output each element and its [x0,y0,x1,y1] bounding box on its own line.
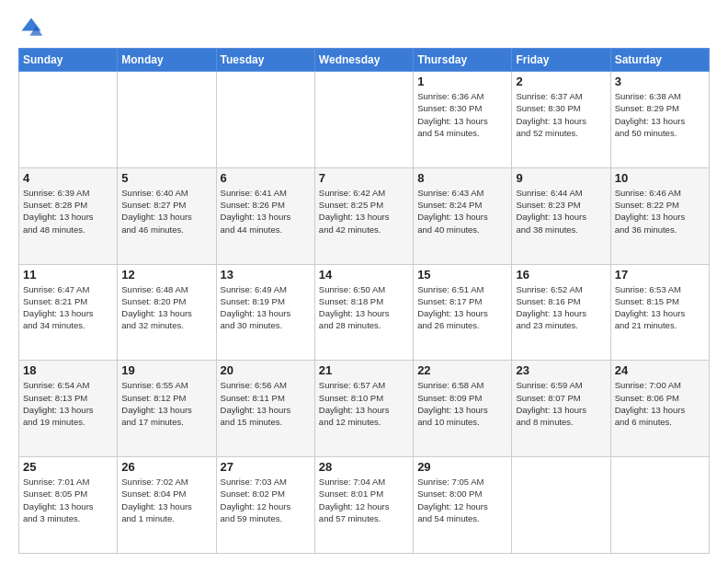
calendar-cell: 16Sunrise: 6:52 AM Sunset: 8:16 PM Dayli… [512,264,610,361]
calendar-cell [19,72,118,168]
day-number: 13 [221,268,311,282]
calendar-cell: 9Sunrise: 6:44 AM Sunset: 8:23 PM Daylig… [512,167,610,264]
day-info: Sunrise: 6:52 AM Sunset: 8:16 PM Dayligh… [516,283,606,332]
calendar-cell: 1Sunrise: 6:36 AM Sunset: 8:30 PM Daylig… [414,72,512,168]
day-number: 9 [516,171,606,185]
day-number: 26 [121,460,211,474]
calendar-week-row: 25Sunrise: 7:01 AM Sunset: 8:05 PM Dayli… [19,457,710,554]
day-number: 20 [221,363,311,377]
day-number: 28 [319,460,409,474]
calendar-cell: 14Sunrise: 6:50 AM Sunset: 8:18 PM Dayli… [314,264,413,361]
calendar-cell [118,72,216,168]
day-number: 12 [121,268,211,282]
calendar-body: 1Sunrise: 6:36 AM Sunset: 8:30 PM Daylig… [19,72,710,554]
calendar-cell [314,72,413,168]
calendar-week-row: 18Sunrise: 6:54 AM Sunset: 8:13 PM Dayli… [19,361,710,457]
calendar-cell: 3Sunrise: 6:38 AM Sunset: 8:29 PM Daylig… [610,72,709,168]
day-number: 10 [615,171,705,185]
day-number: 11 [23,268,113,282]
calendar-cell [512,457,610,554]
day-info: Sunrise: 6:44 AM Sunset: 8:23 PM Dayligh… [516,187,606,236]
day-number: 14 [319,268,409,282]
calendar-week-row: 11Sunrise: 6:47 AM Sunset: 8:21 PM Dayli… [19,264,710,361]
header [18,15,710,40]
day-number: 5 [121,171,211,185]
logo-icon [18,15,44,40]
calendar-cell: 17Sunrise: 6:53 AM Sunset: 8:15 PM Dayli… [610,264,709,361]
weekday-header-wednesday: Wednesday [314,49,413,72]
calendar-cell: 2Sunrise: 6:37 AM Sunset: 8:30 PM Daylig… [512,72,610,168]
day-info: Sunrise: 6:58 AM Sunset: 8:09 PM Dayligh… [417,379,507,428]
calendar-cell: 10Sunrise: 6:46 AM Sunset: 8:22 PM Dayli… [610,167,709,264]
day-number: 6 [221,171,311,185]
day-number: 19 [121,363,211,377]
day-number: 15 [417,268,507,282]
calendar-cell: 13Sunrise: 6:49 AM Sunset: 8:19 PM Dayli… [216,264,314,361]
day-info: Sunrise: 6:56 AM Sunset: 8:11 PM Dayligh… [221,379,311,428]
day-info: Sunrise: 6:46 AM Sunset: 8:22 PM Dayligh… [615,187,705,236]
calendar-cell: 8Sunrise: 6:43 AM Sunset: 8:24 PM Daylig… [414,167,512,264]
day-info: Sunrise: 6:53 AM Sunset: 8:15 PM Dayligh… [615,283,705,332]
page: SundayMondayTuesdayWednesdayThursdayFrid… [0,0,728,563]
day-info: Sunrise: 6:39 AM Sunset: 8:28 PM Dayligh… [23,187,113,236]
day-number: 18 [23,363,113,377]
day-number: 7 [319,171,409,185]
day-info: Sunrise: 6:55 AM Sunset: 8:12 PM Dayligh… [121,379,211,428]
day-info: Sunrise: 7:00 AM Sunset: 8:06 PM Dayligh… [615,379,705,428]
calendar-cell: 11Sunrise: 6:47 AM Sunset: 8:21 PM Dayli… [19,264,118,361]
day-info: Sunrise: 6:36 AM Sunset: 8:30 PM Dayligh… [417,90,507,139]
calendar-week-row: 4Sunrise: 6:39 AM Sunset: 8:28 PM Daylig… [19,167,710,264]
calendar-cell: 22Sunrise: 6:58 AM Sunset: 8:09 PM Dayli… [414,361,512,457]
day-info: Sunrise: 6:57 AM Sunset: 8:10 PM Dayligh… [319,379,409,428]
day-info: Sunrise: 6:49 AM Sunset: 8:19 PM Dayligh… [221,283,311,332]
calendar-table: SundayMondayTuesdayWednesdayThursdayFrid… [18,48,710,554]
day-info: Sunrise: 6:51 AM Sunset: 8:17 PM Dayligh… [417,283,507,332]
day-number: 21 [319,363,409,377]
calendar-cell: 25Sunrise: 7:01 AM Sunset: 8:05 PM Dayli… [19,457,118,554]
day-info: Sunrise: 7:03 AM Sunset: 8:02 PM Dayligh… [221,476,311,524]
calendar-cell [610,457,709,554]
day-number: 16 [516,268,606,282]
calendar-cell [216,72,314,168]
day-info: Sunrise: 7:05 AM Sunset: 8:00 PM Dayligh… [417,476,507,524]
day-number: 25 [23,460,113,474]
calendar-cell: 19Sunrise: 6:55 AM Sunset: 8:12 PM Dayli… [118,361,216,457]
calendar-cell: 24Sunrise: 7:00 AM Sunset: 8:06 PM Dayli… [610,361,709,457]
weekday-header-saturday: Saturday [610,49,709,72]
day-info: Sunrise: 7:04 AM Sunset: 8:01 PM Dayligh… [319,476,409,524]
day-info: Sunrise: 6:59 AM Sunset: 8:07 PM Dayligh… [516,379,606,428]
weekday-header-thursday: Thursday [414,49,512,72]
day-info: Sunrise: 6:38 AM Sunset: 8:29 PM Dayligh… [615,90,705,139]
calendar-cell: 6Sunrise: 6:41 AM Sunset: 8:26 PM Daylig… [216,167,314,264]
calendar-cell: 27Sunrise: 7:03 AM Sunset: 8:02 PM Dayli… [216,457,314,554]
day-number: 17 [615,268,705,282]
day-number: 3 [615,75,705,88]
day-number: 4 [23,171,113,185]
day-info: Sunrise: 6:47 AM Sunset: 8:21 PM Dayligh… [23,283,113,332]
calendar-cell: 26Sunrise: 7:02 AM Sunset: 8:04 PM Dayli… [118,457,216,554]
day-number: 2 [516,75,606,88]
day-number: 24 [615,363,705,377]
calendar-week-row: 1Sunrise: 6:36 AM Sunset: 8:30 PM Daylig… [19,72,710,168]
calendar-cell: 5Sunrise: 6:40 AM Sunset: 8:27 PM Daylig… [118,167,216,264]
day-info: Sunrise: 6:41 AM Sunset: 8:26 PM Dayligh… [221,187,311,236]
day-info: Sunrise: 6:37 AM Sunset: 8:30 PM Dayligh… [516,90,606,139]
weekday-header-tuesday: Tuesday [216,49,314,72]
weekday-header-monday: Monday [118,49,216,72]
day-number: 22 [417,363,507,377]
day-info: Sunrise: 6:40 AM Sunset: 8:27 PM Dayligh… [121,187,211,236]
calendar-cell: 28Sunrise: 7:04 AM Sunset: 8:01 PM Dayli… [314,457,413,554]
day-info: Sunrise: 6:54 AM Sunset: 8:13 PM Dayligh… [23,379,113,428]
logo [18,15,48,40]
day-info: Sunrise: 6:48 AM Sunset: 8:20 PM Dayligh… [121,283,211,332]
day-number: 27 [221,460,311,474]
calendar-cell: 7Sunrise: 6:42 AM Sunset: 8:25 PM Daylig… [314,167,413,264]
calendar-cell: 4Sunrise: 6:39 AM Sunset: 8:28 PM Daylig… [19,167,118,264]
calendar-cell: 23Sunrise: 6:59 AM Sunset: 8:07 PM Dayli… [512,361,610,457]
weekday-header-sunday: Sunday [19,49,118,72]
day-number: 23 [516,363,606,377]
calendar-cell: 21Sunrise: 6:57 AM Sunset: 8:10 PM Dayli… [314,361,413,457]
day-number: 8 [417,171,507,185]
weekday-header-friday: Friday [512,49,610,72]
calendar-cell: 15Sunrise: 6:51 AM Sunset: 8:17 PM Dayli… [414,264,512,361]
